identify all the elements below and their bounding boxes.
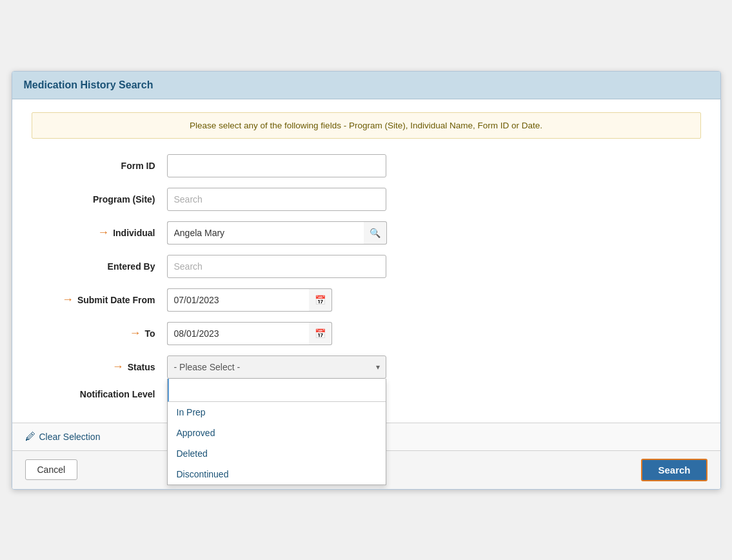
program-search-input[interactable] xyxy=(167,188,386,211)
enteredby-input[interactable] xyxy=(167,255,386,278)
status-dropdown-panel: In Prep Approved Deleted Discontinued xyxy=(167,379,386,485)
dateto-calendar-button[interactable]: 📅 xyxy=(309,322,332,345)
datefrom-input[interactable] xyxy=(167,288,309,312)
modal-title: Medication History Search xyxy=(24,79,153,90)
search-icon: 🔍 xyxy=(370,228,381,238)
individual-input[interactable] xyxy=(167,221,364,245)
status-dropdown-container: - Please Select - In Prep Approved Delet… xyxy=(167,355,386,379)
individual-search-button[interactable]: 🔍 xyxy=(364,221,387,245)
label-enteredby: Entered By xyxy=(32,261,167,272)
form-row-program: Program (Site) xyxy=(32,188,701,211)
dropdown-search-input[interactable] xyxy=(168,379,386,402)
form-row-formid: Form ID xyxy=(32,154,701,177)
dateto-wrapper: 📅 xyxy=(167,322,332,345)
form-row-enteredby: Entered By xyxy=(32,255,701,278)
info-box: Please select any of the following field… xyxy=(32,112,701,139)
formid-input[interactable] xyxy=(167,154,386,177)
dropdown-item-inprep[interactable]: In Prep xyxy=(168,402,386,423)
label-notificationlevel: Notification Level xyxy=(32,389,167,399)
form-row-dateto: → To 📅 xyxy=(32,322,701,345)
clear-selection-button[interactable]: 🖉 Clear Selection xyxy=(25,431,101,443)
modal-container: Medication History Search Please select … xyxy=(12,71,721,490)
label-formid: Form ID xyxy=(32,161,167,171)
label-status: → Status xyxy=(32,360,167,374)
arrow-datefrom-icon: → xyxy=(62,293,74,306)
label-dateto: → To xyxy=(32,326,167,340)
arrow-individual-icon: → xyxy=(97,226,109,239)
datefrom-wrapper: 📅 xyxy=(167,288,332,312)
individual-input-wrapper: 🔍 xyxy=(167,221,387,245)
search-button[interactable]: Search xyxy=(641,459,707,481)
dropdown-item-discontinued[interactable]: Discontinued xyxy=(168,464,386,485)
info-box-text: Please select any of the following field… xyxy=(190,121,542,130)
cancel-button[interactable]: Cancel xyxy=(25,459,78,480)
dropdown-item-approved[interactable]: Approved xyxy=(168,423,386,443)
label-individual: → Individual xyxy=(32,226,167,239)
arrow-status-icon: → xyxy=(112,360,124,374)
dropdown-item-deleted[interactable]: Deleted xyxy=(168,443,386,464)
clear-selection-label: Clear Selection xyxy=(39,432,101,442)
arrow-dateto-icon: → xyxy=(129,326,141,340)
modal-header: Medication History Search xyxy=(12,72,720,99)
form-row-individual: → Individual 🔍 xyxy=(32,221,701,245)
form-row-datefrom: → Submit Date From 📅 xyxy=(32,288,701,312)
calendar-from-icon: 📅 xyxy=(315,295,326,305)
status-select-wrapper: - Please Select - In Prep Approved Delet… xyxy=(167,355,386,379)
calendar-to-icon: 📅 xyxy=(315,328,326,339)
status-select[interactable]: - Please Select - In Prep Approved Delet… xyxy=(167,355,386,379)
form-row-status: → Status - Please Select - In Prep Appro… xyxy=(32,355,701,379)
modal-body: Please select any of the following field… xyxy=(12,99,720,423)
label-program: Program (Site) xyxy=(32,194,167,205)
datefrom-calendar-button[interactable]: 📅 xyxy=(309,288,332,312)
eraser-icon: 🖉 xyxy=(25,431,35,443)
dateto-input[interactable] xyxy=(167,322,309,345)
label-datefrom: → Submit Date From xyxy=(32,293,167,306)
